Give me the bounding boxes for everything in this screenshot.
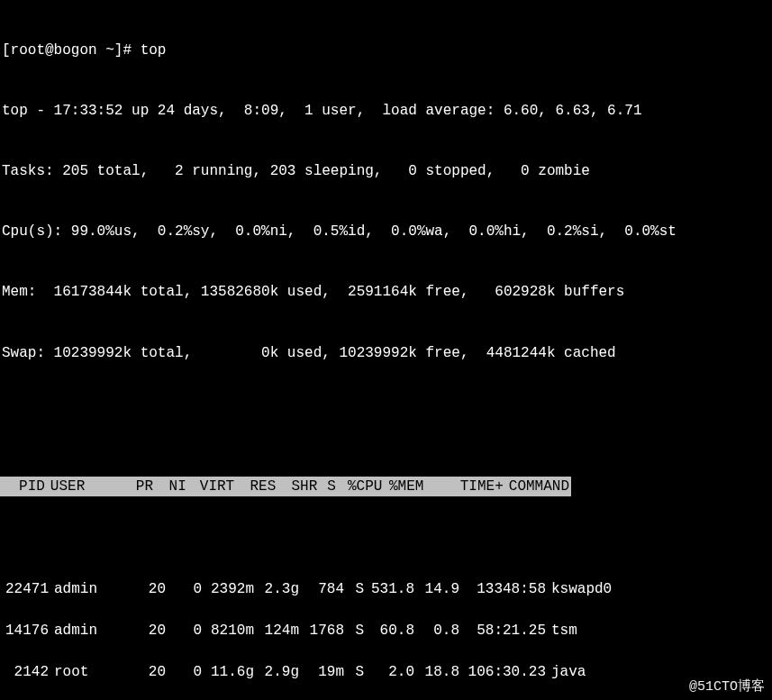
cell-virt: 2392m — [202, 579, 254, 599]
cell-cmd: tsm — [546, 621, 770, 641]
hdr-cpu: %CPU — [336, 477, 383, 496]
shell-prompt: [root@bogon ~]# top — [0, 41, 772, 60]
cell-mem: 18.8 — [414, 662, 459, 682]
hdr-s: S — [317, 477, 336, 496]
cell-time: 13348:58 — [459, 579, 546, 599]
top-summary-line-3: Cpu(s): 99.0%us, 0.2%sy, 0.0%ni, 0.5%id,… — [0, 222, 772, 241]
cell-pid: 2142 — [2, 662, 49, 682]
cell-pr: 20 — [124, 662, 166, 682]
cell-cmd: kswapd0 — [546, 579, 770, 599]
hdr-user: USER — [45, 477, 115, 496]
cell-s: S — [344, 579, 364, 599]
cell-res: 2.9g — [254, 662, 299, 682]
cell-cpu: 2.0 — [364, 662, 414, 682]
hdr-time: TIME+ — [423, 477, 503, 496]
hdr-cmd: COMMAND — [504, 477, 569, 496]
cell-user: admin — [49, 579, 124, 599]
top-summary-line-5: Swap: 10239992k total, 0k used, 10239992… — [0, 343, 772, 363]
cell-mem: 14.9 — [414, 579, 459, 599]
top-summary-line-4: Mem: 16173844k total, 13582680k used, 25… — [0, 282, 772, 302]
hdr-res: RES — [234, 477, 276, 496]
hdr-mem: %MEM — [382, 477, 423, 496]
cell-time: 58:21.25 — [459, 621, 546, 641]
process-row: 22471admin2002392m2.3g784S531.814.913348… — [0, 579, 772, 599]
cell-s: S — [344, 662, 364, 682]
cell-mem: 0.8 — [414, 621, 459, 641]
top-summary-line-2: Tasks: 205 total, 2 running, 203 sleepin… — [0, 161, 772, 181]
process-row: 14176admin2008210m124m1768S60.80.858:21.… — [0, 621, 772, 641]
hdr-ni: NI — [153, 477, 186, 496]
hdr-virt: VIRT — [186, 477, 234, 496]
cell-cpu: 531.8 — [364, 579, 414, 599]
cell-ni: 0 — [166, 621, 202, 641]
process-row: 2142root20011.6g2.9g19mS2.018.8106:30.23… — [0, 662, 772, 682]
hdr-pr: PR — [115, 477, 153, 496]
cell-res: 124m — [254, 621, 299, 641]
cell-pr: 20 — [124, 621, 166, 641]
top-summary-line-1: top - 17:33:52 up 24 days, 8:09, 1 user,… — [0, 101, 772, 121]
cell-shr: 19m — [299, 662, 344, 682]
hdr-pid: PID — [2, 477, 45, 496]
top-column-headers: PID USER PR NI VIRT RES SHR S %CPU %MEM … — [0, 477, 571, 496]
cell-time: 106:30.23 — [459, 662, 546, 682]
cell-user: root — [49, 662, 124, 682]
cell-pid: 22471 — [2, 579, 49, 599]
terminal-window[interactable]: [root@bogon ~]# top top - 17:33:52 up 24… — [0, 0, 772, 700]
cell-ni: 0 — [166, 579, 202, 599]
cell-virt: 11.6g — [202, 662, 254, 682]
cell-s: S — [344, 621, 364, 641]
cell-shr: 1768 — [299, 621, 344, 641]
hdr-shr: SHR — [276, 477, 317, 496]
cell-cpu: 60.8 — [364, 621, 414, 641]
cell-pr: 20 — [124, 579, 166, 599]
watermark-text: @51CTO博客 — [689, 677, 765, 696]
cell-ni: 0 — [166, 662, 202, 682]
cell-shr: 784 — [299, 579, 344, 599]
cell-user: admin — [49, 621, 124, 641]
cell-virt: 8210m — [202, 621, 254, 641]
cell-res: 2.3g — [254, 579, 299, 599]
cell-pid: 14176 — [2, 621, 49, 641]
process-list: 22471admin2002392m2.3g784S531.814.913348… — [0, 579, 772, 700]
